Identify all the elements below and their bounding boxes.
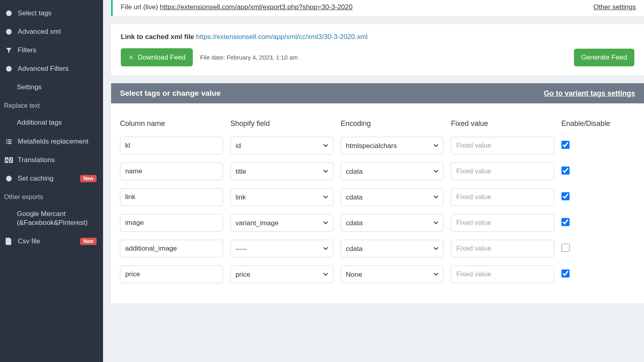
fixed-value-input[interactable]	[451, 137, 554, 154]
column-name-input[interactable]	[120, 188, 223, 206]
table-row: titlecdata	[120, 162, 635, 180]
svg-text:Z: Z	[10, 158, 12, 162]
circle-icon	[5, 65, 13, 73]
sidebar-item-label: Additional tags	[17, 118, 99, 127]
svg-rect-5	[8, 143, 12, 144]
enable-checkbox[interactable]	[561, 269, 570, 278]
shopify-field-select[interactable]: title	[230, 162, 333, 180]
table-row: idhtmlspecialchars	[120, 137, 635, 154]
sidebar-item-additional-tags[interactable]: Additional tags	[0, 113, 103, 132]
col-header-column-name: Column name	[120, 119, 230, 129]
translate-icon: AZ	[5, 156, 13, 164]
encoding-select[interactable]: htmlspecialchars	[341, 137, 444, 154]
main-content: File url (live) https://extensionsell.co…	[103, 0, 644, 362]
table-row: variant_imagecdata	[120, 214, 635, 232]
cached-file-panel: Link to cached xml file https://extensio…	[111, 24, 644, 75]
encoding-select[interactable]: cdata	[341, 162, 444, 180]
enable-checkbox[interactable]	[561, 167, 570, 175]
sidebar-item-settings[interactable]: Settings	[0, 78, 103, 97]
download-feed-button[interactable]: Download Feed	[121, 48, 193, 66]
sidebar-item-label: Translations	[18, 156, 99, 165]
file-url-link[interactable]: https://extensionsell.com/app/xml/export…	[160, 3, 353, 11]
file-url-label: File url (live)	[121, 3, 158, 11]
svg-rect-4	[6, 143, 7, 144]
encoding-select[interactable]: cdata	[341, 240, 444, 257]
tags-section-header: Select tags or change value Go to varian…	[111, 83, 644, 103]
file-url-panel: File url (live) https://extensionsell.co…	[111, 0, 644, 16]
new-badge: New	[80, 238, 97, 245]
encoding-select[interactable]: None	[341, 265, 444, 283]
file-date-text: File date: February 4, 2023, 1:10 am	[200, 54, 298, 61]
col-header-enable: Enable/Disable	[561, 119, 635, 129]
col-header-fixed-value: Fixed value	[451, 119, 561, 129]
sidebar-item-advanced-xml[interactable]: Advanced xml	[0, 23, 103, 41]
svg-rect-2	[6, 141, 7, 142]
table-row: priceNone	[120, 265, 635, 283]
svg-rect-3	[8, 141, 12, 142]
sidebar-section-other-exports: Other exports	[0, 188, 103, 205]
enable-checkbox[interactable]	[561, 218, 570, 226]
sidebar-item-label: Advanced xml	[18, 27, 99, 36]
sidebar-item-filters[interactable]: Filters	[0, 41, 103, 60]
generate-feed-label: Generate Feed	[581, 53, 627, 62]
column-name-input[interactable]	[120, 137, 223, 154]
sidebar-item-label: Advanced Filters	[18, 64, 99, 73]
svg-rect-1	[8, 139, 12, 140]
variant-tags-settings-link[interactable]: Go to variant tags settings	[544, 89, 635, 98]
sidebar-item-set-caching[interactable]: Set caching New	[0, 169, 103, 188]
enable-checkbox[interactable]	[561, 192, 570, 200]
cached-url-line: Link to cached xml file https://extensio…	[121, 33, 634, 41]
fixed-value-input[interactable]	[451, 214, 554, 232]
file-icon	[5, 237, 13, 245]
sidebar-item-translations[interactable]: AZ Translations	[0, 151, 103, 169]
sidebar-item-label: Settings	[17, 83, 99, 92]
shopify-field-select[interactable]: -----	[230, 240, 333, 257]
list-icon	[5, 138, 13, 146]
column-name-input[interactable]	[120, 214, 223, 232]
column-name-input[interactable]	[120, 240, 223, 257]
filter-icon	[5, 46, 13, 54]
cached-url-link[interactable]: https://extensionsell.com/app/xml/cc/xml…	[196, 33, 367, 41]
encoding-select[interactable]: cdata	[341, 188, 444, 206]
tags-table-panel: Column name Shopify field Encoding Fixed…	[111, 103, 644, 303]
encoding-select[interactable]: cdata	[341, 214, 444, 232]
table-row: linkcdata	[120, 188, 635, 206]
fixed-value-input[interactable]	[451, 188, 554, 206]
sidebar: Select tags Advanced xml Filters Advance…	[0, 0, 103, 362]
fixed-value-input[interactable]	[451, 265, 554, 283]
tags-section-title: Select tags or change value	[120, 89, 221, 98]
generate-feed-button[interactable]: Generate Feed	[574, 49, 634, 66]
sidebar-item-label: Select tags	[18, 9, 99, 18]
shopify-field-select[interactable]: price	[230, 265, 333, 283]
svg-text:A: A	[5, 158, 8, 162]
sidebar-section-replace-text: Replace text	[0, 97, 103, 113]
table-row: -----cdata	[120, 240, 635, 257]
sidebar-item-select-tags[interactable]: Select tags	[0, 4, 103, 23]
circle-icon	[5, 9, 13, 17]
download-feed-label: Download Feed	[138, 53, 186, 62]
sidebar-item-google-merchant[interactable]: Google Mercant (&Facebook&Pinterest)	[0, 205, 103, 232]
sidebar-item-advanced-filters[interactable]: Advanced Filters	[0, 60, 103, 78]
other-settings-link[interactable]: Other settings	[593, 3, 636, 11]
circle-icon	[5, 28, 13, 36]
shopify-field-select[interactable]: id	[230, 137, 333, 154]
sidebar-item-metafields-replacement[interactable]: Metafields replacement	[0, 132, 103, 151]
sidebar-item-label: Metafields replacement	[18, 137, 99, 146]
enable-checkbox[interactable]	[561, 244, 570, 252]
col-header-shopify-field: Shopify field	[230, 119, 341, 129]
enable-checkbox[interactable]	[561, 141, 570, 149]
fixed-value-input[interactable]	[451, 240, 554, 257]
sidebar-item-label: Filters	[18, 46, 99, 55]
fixed-value-input[interactable]	[451, 162, 554, 180]
new-badge: New	[80, 175, 97, 182]
shopify-field-select[interactable]: variant_image	[230, 214, 333, 232]
file-url-line: File url (live) https://extensionsell.co…	[121, 3, 353, 11]
col-header-encoding: Encoding	[341, 119, 451, 129]
sidebar-item-label: Google Mercant (&Facebook&Pinterest)	[17, 210, 99, 227]
sidebar-item-label: Set caching	[18, 174, 75, 183]
shopify-field-select[interactable]: link	[230, 188, 333, 206]
sidebar-item-csv-file[interactable]: Csv file New	[0, 232, 103, 251]
column-name-input[interactable]	[120, 162, 223, 180]
circle-icon	[5, 175, 13, 183]
column-name-input[interactable]	[120, 265, 223, 283]
